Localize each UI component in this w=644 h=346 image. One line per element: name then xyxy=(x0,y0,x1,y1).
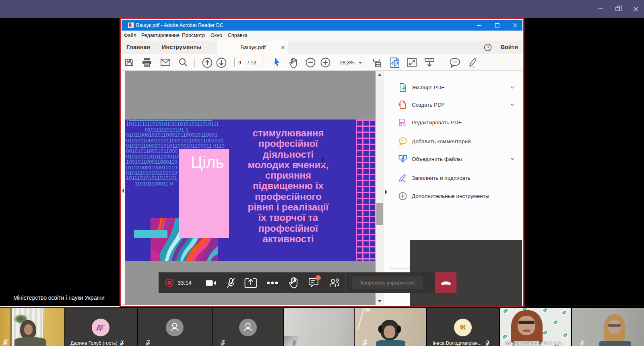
svg-text:?: ? xyxy=(487,45,489,50)
